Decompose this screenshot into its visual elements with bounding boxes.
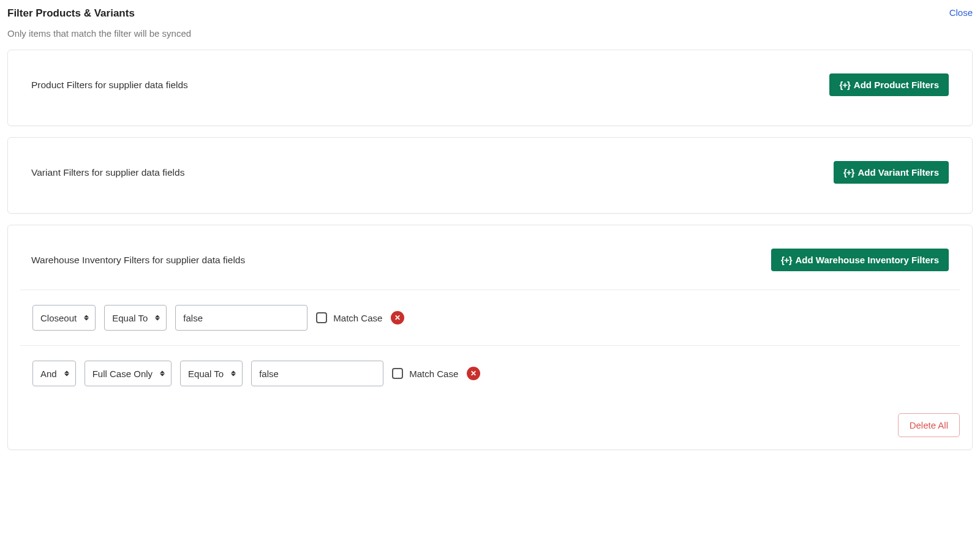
filter-row: And Full Case Only Equal To Match Case ✕ [20,345,960,401]
plus-brace-icon: {+} [843,167,854,178]
close-icon: ✕ [394,314,401,321]
match-case-group[interactable]: Match Case [316,312,382,323]
sort-icon [64,371,69,377]
page-title: Filter Products & Variants [7,7,135,20]
warehouse-filters-title: Warehouse Inventory Filters for supplier… [31,255,245,266]
sort-icon [231,371,236,377]
close-link[interactable]: Close [949,7,973,18]
add-product-filters-label: Add Product Filters [854,80,939,90]
close-icon: ✕ [470,370,477,377]
plus-brace-icon: {+} [781,255,791,265]
operator-select-value: Equal To [188,369,224,379]
operator-select[interactable]: Equal To [104,305,167,331]
match-case-group[interactable]: Match Case [392,368,458,379]
match-case-checkbox[interactable] [392,368,403,379]
warehouse-filters-card: Warehouse Inventory Filters for supplier… [7,225,973,450]
sort-icon [84,315,89,321]
operator-select[interactable]: Equal To [180,361,243,386]
variant-filters-title: Variant Filters for supplier data fields [31,167,184,178]
field-select[interactable]: Closeout [32,305,96,331]
delete-all-button[interactable]: Delete All [898,413,960,437]
logic-select-value: And [40,369,57,379]
sort-icon [155,315,160,321]
value-input[interactable] [175,305,307,331]
delete-row-button[interactable]: ✕ [467,367,480,380]
match-case-checkbox[interactable] [316,312,327,323]
field-select-value: Closeout [40,313,77,323]
field-select-value: Full Case Only [92,369,153,379]
add-warehouse-filters-button[interactable]: {+} Add Warehouse Inventory Filters [771,249,949,271]
match-case-label: Match Case [409,369,458,379]
match-case-label: Match Case [333,313,382,323]
product-filters-title: Product Filters for supplier data fields [31,80,188,91]
variant-filters-card: Variant Filters for supplier data fields… [7,137,973,214]
add-variant-filters-label: Add Variant Filters [858,167,939,178]
operator-select-value: Equal To [112,313,148,323]
page-subtitle: Only items that match the filter will be… [7,28,973,39]
logic-select[interactable]: And [32,361,76,386]
add-warehouse-filters-label: Add Warehouse Inventory Filters [796,255,940,265]
add-variant-filters-button[interactable]: {+} Add Variant Filters [834,161,949,184]
filter-row: Closeout Equal To Match Case ✕ [20,290,960,345]
sort-icon [160,371,165,377]
product-filters-card: Product Filters for supplier data fields… [7,50,973,126]
field-select[interactable]: Full Case Only [85,361,172,386]
add-product-filters-button[interactable]: {+} Add Product Filters [829,73,949,96]
value-input[interactable] [251,361,383,386]
delete-row-button[interactable]: ✕ [391,311,404,324]
plus-brace-icon: {+} [839,80,850,90]
